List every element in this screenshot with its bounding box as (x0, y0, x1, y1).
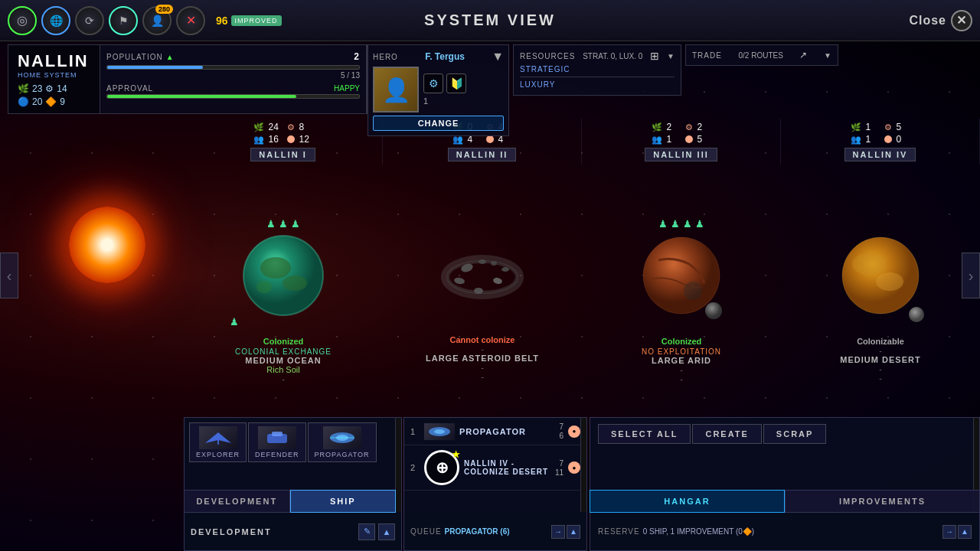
planet-2-subtitle: - (481, 344, 484, 354)
queue-scrollbar[interactable] (580, 418, 586, 512)
planet-visual-area: ♟♟♟ ♟ (184, 195, 980, 417)
queue-ship-icon-1 (424, 423, 455, 440)
planet-2-svg (436, 231, 528, 323)
planet-1-name[interactable]: NALLIN I (250, 148, 315, 161)
energy-icon: 🔶 (45, 96, 57, 107)
planet-3-name[interactable]: NALLIN III (645, 148, 717, 161)
trade-label: TRADE (692, 51, 722, 60)
queue-arrows: → ▲ (551, 525, 580, 539)
queue-info-2: NALLIN IV - COLONIZE DESERT (464, 459, 550, 476)
planet-3-pop: 1 (667, 134, 681, 145)
planet-1-pop-row: 👥 16 12 (253, 134, 313, 145)
reserve-arrows: → ▲ (942, 525, 972, 539)
ship-tab-defender[interactable]: DEFENDER (248, 422, 306, 462)
ship-tab-propagator[interactable]: PROPAGATOR (308, 422, 377, 462)
reserve-label: RESERVE (598, 527, 640, 536)
planet-4-name[interactable]: NALLIN IV (844, 148, 916, 161)
planet-4-status: Colonizable (857, 337, 904, 346)
stat-food: 🌿 23 ⚙ 14 (18, 83, 90, 94)
svg-point-10 (479, 259, 486, 264)
top-icon-4[interactable]: ⚑ (109, 6, 138, 35)
svg-point-23 (876, 272, 903, 291)
tab-system[interactable]: DEVELOPMENT (184, 490, 290, 513)
dev-icon-edit[interactable]: ✎ (358, 523, 375, 540)
planet-2-name[interactable]: NALLIN II (448, 148, 517, 161)
bottom-dev-bar: DEVELOPMENT ✎ ▲ (184, 513, 402, 551)
resources-view-icon[interactable]: ⊞ (650, 50, 659, 62)
ship-tab-explorer[interactable]: EXPLORER (189, 422, 247, 462)
close-button[interactable]: Close ✕ (909, 10, 972, 31)
hero-settings-icon[interactable]: ⚙ (423, 73, 443, 93)
planet-1-visual[interactable]: ♟♟♟ ♟ (184, 195, 383, 417)
pop-value-num: 2 (354, 51, 360, 62)
queue-stats-1: 7 6 (559, 422, 564, 440)
planet-3-status: Colonized (662, 337, 702, 346)
create-button[interactable]: CREATE (692, 424, 761, 444)
resources-dropdown-icon[interactable]: ▼ (667, 52, 675, 60)
approval-bar (106, 94, 360, 99)
hero-change-button[interactable]: CHANGE (373, 116, 504, 131)
planet-1-food: 24 (269, 122, 283, 132)
tab-improvements[interactable]: IMPROVEMENTS (785, 490, 980, 513)
planet-4-visual[interactable]: Colonizable - MEDIUM DESERT - - (781, 195, 980, 417)
home-system-label: HOME SYSTEM (18, 71, 90, 79)
planet-1-stats: 🌿 24 ⚙ 8 👥 16 12 (187, 122, 379, 145)
top-icon-1[interactable]: ◎ (8, 6, 37, 35)
close-icon[interactable]: ✕ (951, 10, 972, 31)
planet-1-extra: - (282, 374, 285, 383)
nav-arrow-left[interactable]: ‹ (0, 253, 18, 298)
dev-icon-up[interactable]: ▲ (378, 523, 395, 540)
queue-value: PROPAGATOR (6) (445, 527, 510, 536)
queue-num-1: 1 (410, 427, 420, 436)
prod-icon: ⚙ (45, 83, 54, 94)
trade-dropdown-icon[interactable]: ▼ (824, 51, 831, 60)
resource-value: 96 (216, 15, 228, 27)
top-icon-close-small[interactable]: ✕ (176, 6, 205, 35)
reserve-arrow-right[interactable]: → (942, 525, 956, 539)
svg-point-34 (434, 429, 445, 434)
nav-arrow-right[interactable]: › (962, 253, 980, 298)
planet-1-status: Colonized (263, 337, 304, 346)
planet-3-visual[interactable]: ♟♟♟♟ (582, 195, 781, 417)
planet-col-3: 🌿 2 ⚙ 2 👥 1 5 NALLIN III (582, 119, 781, 165)
colonize-star-icon: ★ (452, 449, 460, 460)
planet-1-svg (237, 230, 329, 321)
select-all-button[interactable]: SELECT ALL (598, 424, 691, 444)
prod-value: 14 (57, 83, 67, 94)
tab-ship[interactable]: SHIP (290, 490, 397, 513)
defender-label: DEFENDER (255, 451, 299, 458)
pop-bar (106, 65, 360, 70)
planet-2-visual[interactable]: Cannot colonize - LARGE ASTEROID BELT - … (383, 195, 582, 417)
pop-bar-fill (107, 66, 203, 69)
resource-badge: IMPROVED (231, 15, 282, 26)
top-icon-2[interactable]: 🌐 (41, 6, 70, 35)
queue-arrow-up[interactable]: ▲ (567, 525, 580, 539)
svg-point-9 (492, 277, 503, 285)
scrap-button[interactable]: SCRAP (763, 424, 827, 444)
queue-item-2: 2 ⊕ ★ NALLIN IV - COLONIZE DESERT 7 11 ● (404, 445, 586, 491)
queue-circle-2: ● (568, 461, 580, 474)
explorer-label: EXPLORER (196, 451, 240, 458)
planet-3-energy: 5 (697, 134, 711, 145)
hero-number: 1 (423, 96, 466, 106)
ship-scrollbar[interactable] (395, 418, 401, 512)
top-icon-3[interactable]: ⟳ (75, 6, 104, 35)
planet-3-subtitle: NO EXPLOITATION (642, 347, 721, 356)
planet-1-people: ♟♟♟ (266, 218, 300, 230)
trade-icon[interactable]: ↗ (799, 50, 807, 60)
queue-arrow-right[interactable]: → (551, 525, 565, 539)
svg-point-13 (474, 288, 483, 294)
planet-2-type: LARGE ASTEROID BELT (426, 354, 539, 363)
hero-body: 👤 ⚙ 🔰 1 (373, 67, 504, 112)
top-icon-5[interactable]: 👤 280 (142, 6, 172, 35)
tab-hangar[interactable]: HANGAR (590, 490, 785, 513)
reserve-arrow-up[interactable]: ▲ (958, 525, 972, 539)
planet-3-food: 2 (667, 122, 681, 132)
planet-4-type: MEDIUM DESERT (840, 355, 920, 364)
star (69, 207, 145, 283)
hero-faction-icon[interactable]: 🔰 (446, 73, 466, 93)
propagator-icon (323, 426, 361, 449)
population-block: POPULATION ▲ 2 5 / 13 APPROVAL HAPPY (100, 45, 367, 113)
approval-label: APPROVAL (106, 84, 153, 93)
hero-dropdown-icon[interactable]: ▼ (492, 50, 504, 64)
